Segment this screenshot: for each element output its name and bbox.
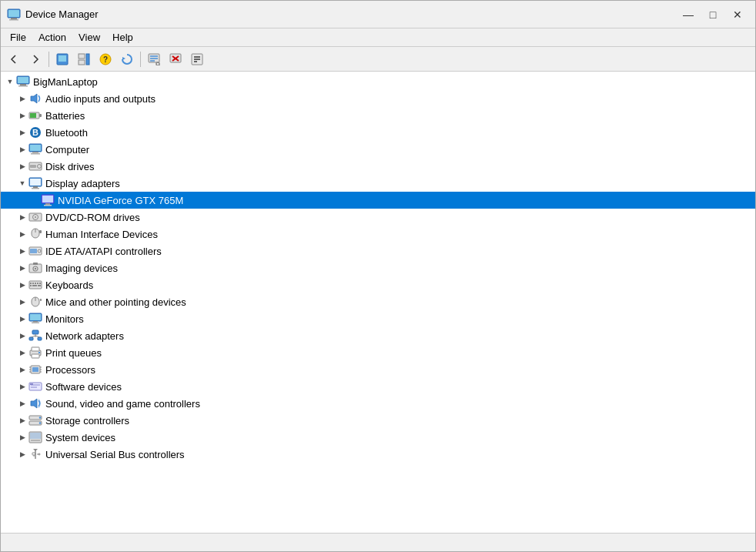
computer2-icon [28,142,42,156]
usb-label: Universal Serial Bus controllers [45,449,185,460]
svg-rect-27 [20,84,26,85]
help-button[interactable]: ? [95,49,115,69]
tree-item-bluetooth[interactable]: ▶ B Bluetooth [1,124,755,141]
dvd-label: DVD/CD-ROM drives [45,212,140,223]
system-icon [28,430,42,444]
tree-item-ide[interactable]: ▶ IDE ATA/ATAPI controllers [1,243,755,259]
computer-label: Computer [45,144,89,156]
tree-item-storage[interactable]: ▶ Storage controllers [1,412,755,429]
close-button[interactable]: ✕ [726,4,749,25]
minimize-button[interactable]: — [677,4,700,25]
expand-imaging[interactable]: ▶ [16,262,28,274]
back-button[interactable] [4,49,24,69]
tree-item-hid[interactable]: ▶ Human Interface Devices [1,226,755,243]
expand-mice[interactable]: ▶ [16,296,28,308]
svg-rect-78 [32,323,39,324]
expand-processors[interactable]: ▶ [16,363,28,376]
device-tree-button[interactable] [52,49,72,69]
tree-item-software[interactable]: ▶ Software devices [1,378,755,395]
expand-display[interactable]: ▼ [16,177,28,189]
tree-item-processors[interactable]: ▶ Processors [1,361,755,378]
tree-item-network[interactable]: ▶ Network adapters [1,327,755,344]
tree-item-display[interactable]: ▼ Display adapters [1,175,755,192]
svg-text:B: B [32,128,38,137]
svg-rect-48 [45,203,50,205]
scan-button[interactable] [144,49,164,69]
expand-usb[interactable]: ▶ [16,448,28,460]
tree-item-batteries[interactable]: ▶ Batteries [1,107,755,124]
svg-rect-80 [29,337,33,340]
tree-item-nvidia[interactable]: NVIDIA GeForce GTX 765M [1,192,755,209]
svg-rect-8 [86,54,89,65]
svg-rect-2 [9,19,18,21]
status-bar [1,533,755,551]
svg-rect-65 [32,283,34,284]
expand-nvidia [28,194,41,206]
svg-rect-88 [38,352,40,353]
maximize-button[interactable]: □ [701,4,724,25]
expand-ide[interactable]: ▶ [16,245,28,257]
expand-audio[interactable]: ▶ [16,92,28,105]
menu-action[interactable]: Action [32,30,72,45]
menu-file[interactable]: File [4,30,32,45]
svg-rect-45 [32,188,39,189]
storage-label: Storage controllers [45,415,129,427]
properties-view-button[interactable] [74,49,94,69]
tree-item-audio[interactable]: ▶ Audio inputs and outputs [1,90,755,107]
tree-root-item[interactable]: ▼ BigManLaptop [1,73,755,90]
hid-label: Human Interface Devices [45,229,158,240]
software-label: Software devices [45,381,122,393]
svg-line-83 [32,336,36,337]
tree-item-dvd[interactable]: ▶ DVD/CD-ROM drives [1,209,755,226]
expand-network[interactable]: ▶ [16,330,28,342]
usb-icon [28,447,42,461]
svg-rect-47 [42,196,53,202]
tree-item-monitors[interactable]: ▶ Monitors [1,310,755,327]
expand-batteries[interactable]: ▶ [16,109,28,122]
properties-button[interactable] [187,49,207,69]
tree-item-keyboards[interactable]: ▶ Keyboards [1,276,755,293]
tree-item-system[interactable]: ▶ System devices [1,429,755,446]
svg-rect-36 [30,145,41,151]
svg-rect-81 [38,337,42,340]
menu-bar: File Action View Help [1,28,755,47]
expand-dvd[interactable]: ▶ [16,211,28,223]
print-label: Print queues [45,347,102,359]
svg-marker-11 [122,57,125,60]
tree-item-disk[interactable]: ▶ Disk drives [1,158,755,175]
expand-monitors[interactable]: ▶ [16,313,28,325]
expand-computer[interactable]: ▶ [16,143,28,156]
remove-button[interactable] [166,49,186,69]
update-button[interactable] [117,49,137,69]
tree-item-print[interactable]: ▶ Print queues [1,344,755,361]
expand-system[interactable]: ▶ [16,431,28,443]
tree-item-computer[interactable]: ▶ Computer [1,141,755,158]
svg-rect-68 [39,283,41,284]
disk-icon [28,159,42,173]
expand-print[interactable]: ▶ [16,346,28,359]
expand-hid[interactable]: ▶ [16,228,28,240]
expand-storage[interactable]: ▶ [16,414,28,427]
imaging-label: Imaging devices [45,263,118,274]
computer-icon [16,75,30,89]
menu-view[interactable]: View [72,30,106,45]
expand-disk[interactable]: ▶ [16,160,28,172]
tree-item-usb[interactable]: ▶ Universal Serial Bus controllers [1,446,755,463]
imaging-icon [28,261,42,275]
svg-rect-86 [32,347,39,351]
menu-help[interactable]: Help [106,30,139,45]
storage-icon [28,413,42,427]
tree-item-sound[interactable]: ▶ Sound, video and game controllers [1,395,755,412]
display-label: Display adapters [45,178,120,189]
expand-sound[interactable]: ▶ [16,397,28,410]
expand-root[interactable]: ▼ [4,75,16,88]
expand-software[interactable]: ▶ [16,380,28,393]
tree-item-mice[interactable]: ▶ Mice and other pointing devices [1,293,755,310]
forward-button[interactable] [25,49,45,69]
expand-keyboards[interactable]: ▶ [16,279,28,291]
expand-bluetooth[interactable]: ▶ [16,126,28,139]
tree-item-imaging[interactable]: ▶ Imaging devices [1,259,755,276]
svg-rect-69 [30,285,32,286]
svg-marker-29 [31,94,37,103]
device-tree-area[interactable]: ▼ BigManLaptop ▶ Audio inputs and ou [1,72,755,533]
